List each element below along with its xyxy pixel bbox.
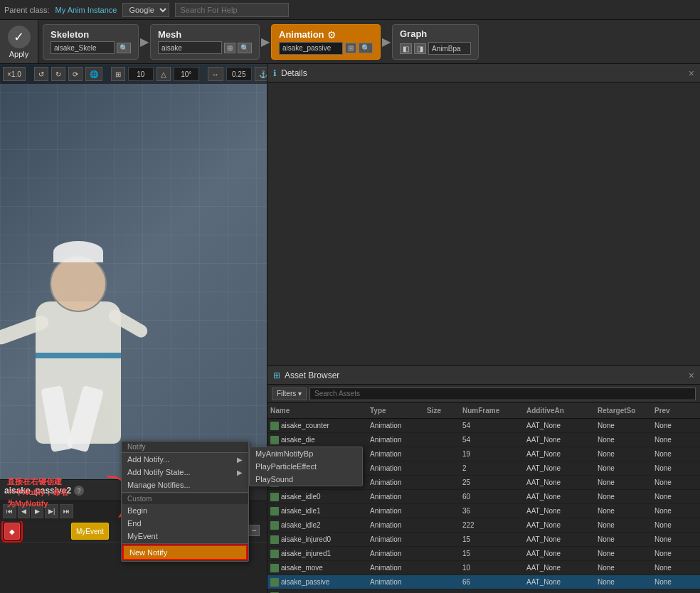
ctx-add-notify[interactable]: Add Notify... ▶: [122, 453, 248, 466]
col-additive[interactable]: AdditiveAn: [526, 407, 598, 415]
character-belt: [36, 353, 121, 358]
tri-btn[interactable]: △: [157, 67, 171, 81]
ab-cell-num-1: 54: [462, 436, 526, 444]
submenu[interactable]: MyAnimNotifyBp PlayParticleEffect PlaySo…: [249, 447, 363, 486]
mesh-input[interactable]: [158, 41, 222, 54]
ab-cell-type-10: Animation: [370, 564, 427, 572]
graph-input[interactable]: [428, 42, 471, 55]
angle-input[interactable]: [174, 67, 199, 81]
toolbar-row: ✓ Apply Skeleton 🔍 ▶ Mesh ⊞ 🔍: [0, 20, 700, 64]
ab-row-11[interactable]: aisake_passive Animation 66 AAT_None Non…: [267, 575, 700, 589]
tab-animation[interactable]: Animation ⚙ ⊞ 🔍: [271, 24, 381, 60]
ab-row-8[interactable]: aisake_injured0 Animation 15 AAT_None No…: [267, 533, 700, 547]
zoom-display[interactable]: ×1.0: [3, 67, 26, 81]
timeline-prev-btn[interactable]: ◀: [18, 504, 30, 518]
search-help-input[interactable]: [175, 3, 289, 17]
graph-view2-icon[interactable]: ◨: [414, 43, 426, 54]
grid-btn[interactable]: ⊞: [111, 67, 125, 81]
ctx-custom-myevent[interactable]: MyEvent: [122, 530, 248, 543]
mesh-search-icon[interactable]: 🔍: [238, 43, 252, 53]
col-prev[interactable]: Prev: [654, 407, 697, 415]
ab-row-5[interactable]: aisake_idle0 Animation 60 AAT_None None …: [267, 490, 700, 504]
ab-row-0[interactable]: aisake_counter Animation 54 AAT_None Non…: [267, 419, 700, 433]
viewport[interactable]: ×1.0 ↺ ↻ ⟳ 🌐 ⊞ △ ↔ ⚓: [0, 64, 267, 479]
ab-cell-prev-6: None: [654, 507, 697, 515]
ab-row-6[interactable]: aisake_idle1 Animation 36 AAT_None None …: [267, 504, 700, 518]
ab-cell-retarget-1: None: [598, 436, 654, 444]
ctx-manage-notifies[interactable]: Manage Notifies...: [122, 479, 248, 491]
skeleton-search-icon[interactable]: 🔍: [117, 43, 131, 53]
scale-btn[interactable]: ↔: [208, 67, 223, 81]
ab-file-icon-8: [270, 535, 279, 544]
ab-cell-additive-7: AAT_None: [526, 521, 598, 529]
submenu-particle[interactable]: PlayParticleEffect: [250, 460, 362, 473]
start-marker[interactable]: ◆: [4, 523, 20, 540]
graph-view1-icon[interactable]: ◧: [400, 43, 412, 54]
ab-file-icon-0: [270, 422, 279, 430]
arrow-2: ▶: [261, 35, 270, 48]
parent-class-link[interactable]: My Anim Instance: [55, 6, 117, 14]
details-title: Details: [281, 68, 307, 78]
timeline-next-btn[interactable]: ▶|: [45, 504, 58, 518]
google-dropdown[interactable]: Google: [122, 3, 169, 17]
ab-cell-prev-11: None: [654, 578, 697, 586]
ab-filters-btn[interactable]: Filters ▾: [272, 388, 307, 400]
ab-cell-prev-10: None: [654, 564, 697, 572]
ab-cell-type-8: Animation: [370, 535, 427, 543]
rotate-left-btn[interactable]: ↺: [34, 67, 48, 81]
event-marker[interactable]: MyEvent: [71, 523, 109, 540]
context-menu[interactable]: Notify Add Notify... ▶ Add Notify State.…: [121, 441, 249, 562]
col-numframe[interactable]: NumFrame: [462, 407, 526, 415]
mesh-grid-icon[interactable]: ⊞: [224, 43, 235, 53]
ab-row-1[interactable]: aisake_die Animation 54 AAT_None None No…: [267, 433, 700, 447]
ab-cell-retarget-4: None: [598, 479, 654, 486]
details-close-btn[interactable]: ×: [689, 68, 694, 79]
help-icon[interactable]: ?: [74, 486, 84, 496]
world-btn[interactable]: 🌐: [85, 67, 102, 81]
grid-size-input[interactable]: [128, 67, 154, 81]
timeline-end-btn[interactable]: ⏭: [60, 504, 73, 518]
submenu-sound[interactable]: PlaySound: [250, 473, 362, 486]
ab-row-12[interactable]: aisake_quickst Animation 7 AAT_None None…: [267, 589, 700, 593]
ab-cell-prev-4: None: [654, 479, 697, 486]
tab-skeleton[interactable]: Skeleton 🔍: [43, 24, 139, 60]
ctx-new-notify[interactable]: New Notify: [122, 545, 248, 560]
ab-cell-name-1: aisake_die: [270, 436, 370, 444]
details-info-icon: ℹ: [273, 68, 277, 78]
submenu-myanim[interactable]: MyAnimNotifyBp: [250, 447, 362, 460]
col-type[interactable]: Type: [370, 407, 427, 415]
col-retarget[interactable]: RetargetSo: [598, 407, 654, 415]
apply-button[interactable]: ✓ Apply: [0, 20, 38, 63]
col-name[interactable]: Name: [270, 407, 370, 415]
ab-cell-type-0: Animation: [370, 422, 427, 429]
timeline-start-btn[interactable]: ⏮: [3, 504, 16, 518]
tab-graph[interactable]: Graph ◧ ◨: [392, 24, 479, 60]
timeline-play-btn[interactable]: ▶: [31, 504, 43, 518]
ctx-add-notify-state[interactable]: Add Notify State... ▶: [122, 466, 248, 479]
ab-cell-type-11: Animation: [370, 578, 427, 586]
rotate-right-btn[interactable]: ↻: [51, 67, 65, 81]
ab-search-input[interactable]: [309, 388, 696, 400]
ab-cell-num-11: 66: [462, 578, 526, 586]
ab-cell-additive-4: AAT_None: [526, 479, 598, 486]
animation-grid-icon[interactable]: ⊞: [345, 43, 356, 53]
ab-table-body[interactable]: aisake_counter Animation 54 AAT_None Non…: [267, 419, 700, 593]
ab-cell-prev-0: None: [654, 422, 697, 429]
ab-row-9[interactable]: aisake_injured1 Animation 15 AAT_None No…: [267, 547, 700, 561]
animation-search-icon[interactable]: 🔍: [359, 43, 373, 53]
skeleton-input[interactable]: [51, 41, 115, 54]
ctx-custom-end[interactable]: End: [122, 517, 248, 530]
anchor-btn[interactable]: ⚓: [255, 67, 267, 81]
ab-cell-type-1: Animation: [370, 436, 427, 444]
scale-input[interactable]: [226, 67, 252, 81]
ab-close-btn[interactable]: ×: [689, 370, 694, 381]
refresh-btn[interactable]: ⟳: [68, 67, 83, 81]
right-panel: ℹ Details × ⊞ Asset Browser × Filters ▾ …: [267, 64, 700, 593]
animation-input[interactable]: [279, 42, 343, 55]
ab-row-7[interactable]: aisake_idle2 Animation 222 AAT_None None…: [267, 518, 700, 533]
col-size[interactable]: Size: [427, 407, 462, 415]
ctx-custom-begin[interactable]: Begin: [122, 504, 248, 517]
tab-mesh[interactable]: Mesh ⊞ 🔍: [150, 24, 260, 60]
ab-row-10[interactable]: aisake_move Animation 10 AAT_None None N…: [267, 561, 700, 575]
track-minus-btn[interactable]: −: [248, 525, 260, 536]
